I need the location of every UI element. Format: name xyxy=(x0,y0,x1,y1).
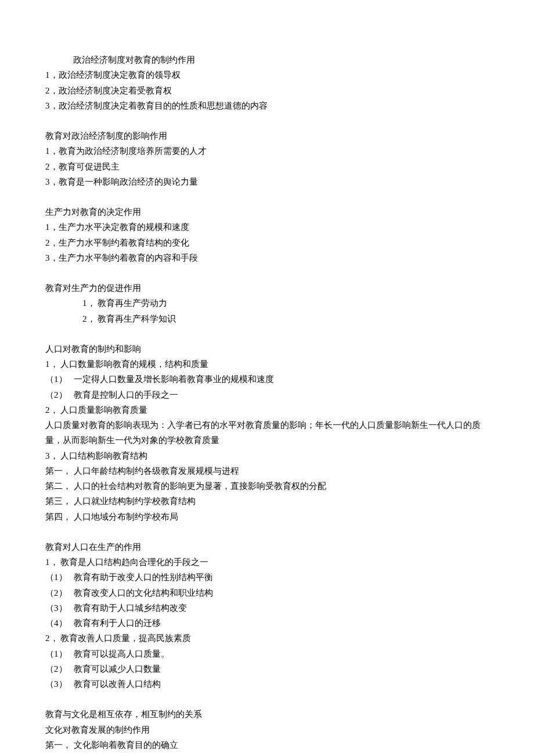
text-line: 3，教育是一种影响政治经济的舆论力量 xyxy=(45,174,489,189)
text-line: 1，政治经济制度决定教育的领导权 xyxy=(45,67,489,82)
text-line xyxy=(45,692,489,707)
text-line: （2） 教育是控制人口的手段之一 xyxy=(45,387,489,402)
text-line: 政治经济制度对教育的制约作用 xyxy=(45,52,489,67)
text-line: （2） 教育改变人口的文化结构和职业结构 xyxy=(45,585,489,600)
text-line: （4） 教育有利于人口的迁移 xyxy=(45,615,489,631)
text-line xyxy=(45,189,489,204)
text-line: 文化对教育发展的制约作用 xyxy=(45,722,489,737)
text-line: 2， 人口质量影响教育质量 xyxy=(45,402,489,417)
text-line: （3） 教育可以改善人口结构 xyxy=(45,676,489,692)
text-line: （2） 教育可以减少人口数量 xyxy=(45,661,489,676)
text-line: 1， 教育是人口结构趋向合理化的手段之一 xyxy=(45,555,489,570)
text-line: 教育对生产力的促进作用 xyxy=(45,280,489,296)
text-line xyxy=(45,326,489,341)
text-line: 2， 教育改善人口质量，提高民族素质 xyxy=(45,631,489,646)
text-line: 2，教育可促进民主 xyxy=(45,159,489,174)
text-line: 1， 教育再生产劳动力 xyxy=(45,296,489,311)
text-line: 3，生产力水平制约着教育的内容和手段 xyxy=(45,250,489,265)
text-line: 教育与文化是相互依存，相互制约的关系 xyxy=(45,707,489,722)
text-line: 1，教育为政治经济制度培养所需要的人才 xyxy=(45,143,489,159)
text-line: （3） 教育有助于人口城乡结构改变 xyxy=(45,600,489,615)
text-line xyxy=(45,524,489,539)
text-line xyxy=(45,113,489,128)
text-line: 3， 人口结构影响教育结构 xyxy=(45,448,489,463)
text-line: （1） 一定得人口数量及增长影响着教育事业的规模和速度 xyxy=(45,372,489,387)
text-line: 2， 教育再生产科学知识 xyxy=(45,311,489,326)
text-line: 第一， 人口年龄结构制约各级教育发展规模与进程 xyxy=(45,463,489,478)
text-line: 生产力对教育的决定作用 xyxy=(45,204,489,219)
text-line: 教育对人口在生产的作用 xyxy=(45,539,489,555)
text-line: 教育对政治经济制度的影响作用 xyxy=(45,128,489,143)
text-line: 3，政治经济制度决定着教育目的的性质和思想道德的内容 xyxy=(45,98,489,113)
text-line: （1） 教育可以提高人口质量。 xyxy=(45,646,489,661)
text-line: （1） 教育有助于改变人口的性别结构平衡 xyxy=(45,570,489,585)
text-line: 人口对教育的制约和影响 xyxy=(45,341,489,357)
text-line: 人口质量对教育的影响表现为：入学者已有的水平对教育质量的影响；年长一代的人口质量… xyxy=(45,417,489,448)
document-body: 政治经济制度对教育的制约作用1，政治经济制度决定教育的领导权2，政治经济制度决定… xyxy=(45,52,489,753)
text-line: 1， 人口数量影响教育的规模，结构和质量 xyxy=(45,357,489,372)
text-line: 第一， 文化影响着教育目的的确立 xyxy=(45,737,489,753)
text-line: 第四， 人口地域分布制约学校布局 xyxy=(45,509,489,524)
text-line: 2，政治经济制度决定着受教育权 xyxy=(45,83,489,98)
text-line: 第三， 人口就业结构制约学校教育结构 xyxy=(45,494,489,509)
text-line: 2，生产力水平制约着教育结构的变化 xyxy=(45,235,489,250)
text-line xyxy=(45,265,489,280)
text-line: 1，生产力水平决定教育的规模和速度 xyxy=(45,219,489,235)
text-line: 第二， 人口的社会结构对教育的影响更为显著，直接影响受教育权的分配 xyxy=(45,478,489,494)
